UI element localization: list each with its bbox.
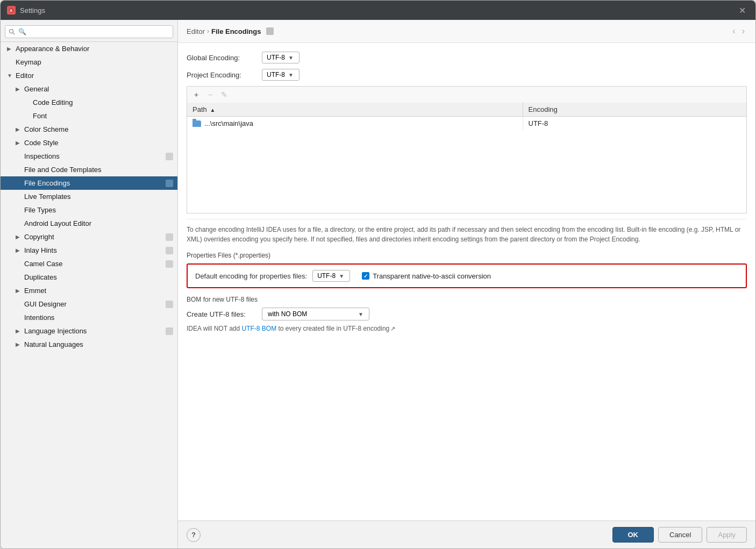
sidebar-item-natural-languages[interactable]: ▶ Natural Languages [1, 338, 177, 351]
encoding-cell: UTF-8 [523, 117, 746, 130]
apply-button[interactable]: Apply [707, 527, 747, 543]
app-icon: A [7, 6, 16, 15]
expand-icon [16, 207, 23, 213]
content-area: Editor › File Encodings ‹ › Global Encod… [178, 20, 755, 548]
breadcrumb-separator: › [207, 27, 209, 35]
sidebar-item-android-layout[interactable]: Android Layout Editor [1, 217, 177, 230]
sidebar-item-file-types[interactable]: File Types [1, 203, 177, 217]
bom-link[interactable]: UTF-8 BOM [241, 325, 276, 332]
search-input[interactable] [5, 25, 173, 38]
path-value: ...\src\main\java [204, 119, 253, 127]
sidebar-item-label: Android Layout Editor [24, 219, 173, 227]
global-encoding-dropdown[interactable]: UTF-8 ▼ [262, 52, 299, 63]
sidebar-item-gui-designer[interactable]: GUI Designer [1, 297, 177, 311]
info-text: To change encoding IntelliJ IDEA uses fo… [187, 219, 747, 244]
properties-section-title: Properties Files (*.properties) [187, 252, 747, 259]
sidebar-item-code-editing[interactable]: Code Editing [1, 96, 177, 109]
back-button[interactable]: ‹ [730, 25, 737, 37]
sidebar-item-label: Live Templates [24, 192, 173, 201]
table-body-area: ...\src\main\java UTF-8 [187, 117, 747, 213]
close-button[interactable]: ✕ [736, 4, 749, 17]
nav-badge [166, 247, 173, 254]
sidebar-item-label: File Types [24, 206, 173, 214]
sidebar-item-camel-case[interactable]: Camel Case [1, 257, 177, 270]
cancel-button[interactable]: Cancel [658, 527, 702, 543]
expand-icon: ▶ [16, 126, 23, 132]
nav-badge [166, 153, 173, 160]
nav-badge [166, 260, 173, 268]
help-button[interactable]: ? [187, 528, 201, 542]
path-cell: ...\src\main\java [187, 117, 523, 130]
footer: ? OK Cancel Apply [178, 521, 755, 548]
sidebar-item-appearance[interactable]: ▶ Appearance & Behavior [1, 42, 177, 55]
sidebar-item-font[interactable]: Font [1, 109, 177, 123]
transparent-conversion-label[interactable]: Transparent native-to-ascii conversion [362, 272, 491, 280]
sidebar-item-inlay-hints[interactable]: ▶ Inlay Hints [1, 244, 177, 257]
sidebar-item-label: Language Injections [24, 327, 163, 335]
expand-icon: ▶ [7, 46, 15, 52]
sidebar-item-intentions[interactable]: Intentions [1, 311, 177, 324]
expand-icon [16, 220, 23, 226]
sidebar: ▶ Appearance & Behavior Keymap ▼ Editor … [1, 20, 178, 548]
sidebar-item-live-templates[interactable]: Live Templates [1, 190, 177, 203]
bom-section-title: BOM for new UTF-8 files [187, 296, 747, 303]
add-button[interactable]: + [190, 89, 202, 101]
breadcrumb-parent: Editor [187, 27, 205, 35]
sidebar-item-general[interactable]: ▶ General [1, 82, 177, 96]
dropdown-arrow-icon: ▼ [288, 55, 294, 61]
expand-icon [16, 301, 23, 307]
expand-icon [16, 180, 23, 186]
sidebar-item-label: Appearance & Behavior [16, 45, 173, 53]
sidebar-item-label: Copyright [24, 233, 163, 241]
sidebar-item-label: Inlay Hints [24, 246, 163, 254]
window-title: Settings [20, 6, 736, 15]
nav-badge [166, 233, 173, 241]
footer-actions: OK Cancel Apply [612, 527, 747, 543]
sidebar-item-inspections[interactable]: Inspections [1, 149, 177, 163]
dropdown-arrow-icon: ▼ [339, 273, 344, 279]
properties-encoding-dropdown[interactable]: UTF-8 ▼ [312, 270, 350, 282]
sidebar-item-label: Duplicates [24, 273, 173, 281]
expand-icon: ▶ [16, 341, 23, 347]
sidebar-item-color-scheme[interactable]: ▶ Color Scheme [1, 123, 177, 136]
encoding-table-container: + − ✎ Path ▲ Encoding [187, 86, 747, 213]
ok-button[interactable]: OK [612, 527, 654, 543]
create-utf8-dropdown[interactable]: with NO BOM ▼ [262, 308, 369, 320]
sidebar-item-label: Code Editing [33, 98, 173, 106]
bom-info: IDEA will NOT add UTF-8 BOM to every cre… [187, 325, 747, 332]
transparent-checkbox[interactable] [362, 272, 369, 280]
dropdown-arrow-icon: ▼ [358, 311, 363, 317]
sidebar-item-language-injections[interactable]: ▶ Language Injections [1, 324, 177, 338]
sidebar-item-duplicates[interactable]: Duplicates [1, 270, 177, 284]
expand-icon [16, 274, 23, 280]
edit-button[interactable]: ✎ [218, 89, 230, 101]
properties-encoding-value: UTF-8 [317, 272, 336, 280]
expand-icon [16, 315, 23, 320]
expand-icon [16, 167, 23, 173]
sidebar-item-label: General [24, 85, 173, 93]
sidebar-item-file-encodings[interactable]: File Encodings [1, 176, 177, 190]
sidebar-item-copyright[interactable]: ▶ Copyright [1, 230, 177, 244]
sidebar-item-file-code-templates[interactable]: File and Code Templates [1, 163, 177, 176]
project-encoding-dropdown[interactable]: UTF-8 ▼ [262, 69, 299, 81]
sidebar-item-emmet[interactable]: ▶ Emmet [1, 284, 177, 297]
title-bar: A Settings ✕ [1, 1, 755, 20]
table-row[interactable]: ...\src\main\java UTF-8 [187, 117, 746, 130]
encoding-table-body: ...\src\main\java UTF-8 [187, 117, 746, 130]
sidebar-item-label: Font [33, 112, 173, 120]
global-encoding-value: UTF-8 [267, 54, 285, 61]
svg-text:A: A [10, 9, 12, 12]
breadcrumb-current: File Encodings [211, 27, 261, 35]
dropdown-arrow-icon: ▼ [288, 72, 294, 78]
remove-button[interactable]: − [204, 89, 216, 101]
sidebar-item-code-style[interactable]: ▶ Code Style [1, 136, 177, 149]
expand-icon: ▶ [16, 140, 23, 146]
transparent-label-text: Transparent native-to-ascii conversion [373, 272, 491, 280]
sidebar-item-editor[interactable]: ▼ Editor [1, 69, 177, 82]
forward-button[interactable]: › [740, 25, 747, 37]
pin-icon [266, 27, 274, 35]
expand-icon [24, 113, 32, 119]
sidebar-item-label: Natural Languages [24, 340, 173, 348]
sidebar-item-keymap[interactable]: Keymap [1, 55, 177, 69]
settings-dialog: A Settings ✕ ▶ Appearance & Behavior Key… [0, 0, 756, 549]
